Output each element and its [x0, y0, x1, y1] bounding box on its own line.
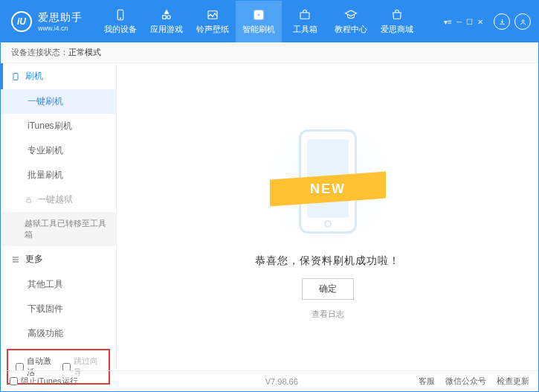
footer-link-update[interactable]: 检查更新 [497, 376, 529, 387]
svg-rect-9 [27, 199, 31, 202]
top-nav: 我的设备 应用游戏 铃声壁纸 智能刷机 工具箱 教程中心 [97, 1, 444, 42]
toolbox-icon [298, 8, 312, 22]
nav-label: 爱思商城 [381, 24, 413, 35]
success-illustration: NEW [261, 122, 395, 241]
device-status-bar: 设备连接状态： 正常模式 [1, 42, 538, 63]
sidebar-jailbreak-note: 越狱工具已转移至工具箱 [1, 212, 116, 246]
sidebar-item-download-firmware[interactable]: 下载固件 [1, 297, 116, 321]
sidebar-item-advanced[interactable]: 高级功能 [1, 321, 116, 346]
sidebar-head-label: 更多 [25, 253, 43, 266]
device-icon [11, 71, 21, 82]
footer-link-support[interactable]: 客服 [419, 376, 435, 387]
nav-label: 教程中心 [335, 24, 367, 35]
apps-icon [160, 8, 173, 22]
sidebar-item-oneclick-flash[interactable]: 一键刷机 [1, 89, 116, 114]
nav-toolbox[interactable]: 工具箱 [282, 1, 328, 42]
window-controls: ▾≡ ─ ☐ ✕ [444, 13, 531, 30]
sidebar-item-batch-flash[interactable]: 批量刷机 [1, 163, 116, 187]
sidebar-item-pro-flash[interactable]: 专业刷机 [1, 138, 116, 163]
ok-button[interactable]: 确定 [302, 278, 354, 300]
svg-point-1 [120, 18, 121, 19]
sidebar: 刷机 一键刷机 iTunes刷机 专业刷机 批量刷机 一键越狱 越狱工具已转移至… [1, 63, 117, 370]
lock-icon [25, 196, 33, 204]
sidebar-head-flash[interactable]: 刷机 [1, 63, 116, 89]
version-label: V7.98.66 [265, 377, 298, 386]
sidebar-head-jailbreak: 一键越狱 [1, 187, 116, 212]
view-log-link[interactable]: 查看日志 [312, 309, 344, 320]
close-button[interactable]: ✕ [477, 18, 483, 26]
app-logo: iU 爱思助手 www.i4.cn [11, 11, 83, 32]
titlebar: iU 爱思助手 www.i4.cn 我的设备 应用游戏 铃声壁纸 智能刷机 [1, 1, 538, 42]
flash-icon [252, 8, 265, 22]
status-label: 设备连接状态： [11, 47, 68, 58]
logo-icon: iU [11, 11, 32, 32]
svg-rect-8 [13, 73, 18, 80]
minimize-button[interactable]: ─ [456, 18, 462, 26]
graduation-icon [344, 8, 358, 22]
block-itunes-checkbox[interactable]: 阻止iTunes运行 [10, 376, 78, 387]
download-button[interactable] [494, 13, 510, 30]
footer: 阻止iTunes运行 V7.98.66 客服 微信公众号 检查更新 [1, 370, 538, 391]
new-ribbon: NEW [270, 171, 386, 206]
nav-store[interactable]: 爱思商城 [374, 1, 420, 42]
nav-apps-games[interactable]: 应用游戏 [143, 1, 190, 42]
nav-label: 工具箱 [293, 24, 317, 35]
sidebar-head-more[interactable]: 更多 [1, 246, 116, 272]
nav-label: 应用游戏 [150, 24, 183, 35]
svg-point-7 [522, 19, 524, 22]
footer-link-wechat[interactable]: 微信公众号 [445, 376, 486, 387]
nav-label: 铃声壁纸 [196, 24, 229, 35]
nav-my-device[interactable]: 我的设备 [97, 1, 143, 42]
maximize-button[interactable]: ☐ [466, 18, 473, 26]
menu-icon[interactable]: ▾≡ [444, 18, 452, 26]
nav-ringtone-wallpaper[interactable]: 铃声壁纸 [190, 1, 236, 42]
app-url: www.i4.cn [38, 25, 83, 32]
list-icon [11, 255, 21, 264]
sidebar-head-label: 一键越狱 [37, 193, 73, 206]
nav-tutorials[interactable]: 教程中心 [328, 1, 374, 42]
sidebar-item-other-tools[interactable]: 其他工具 [1, 272, 116, 297]
nav-smart-flash[interactable]: 智能刷机 [236, 1, 282, 42]
status-value: 正常模式 [68, 47, 101, 58]
sidebar-item-itunes-flash[interactable]: iTunes刷机 [1, 114, 116, 138]
svg-point-3 [167, 16, 171, 19]
wallpaper-icon [206, 8, 219, 22]
sidebar-head-label: 刷机 [25, 70, 43, 83]
store-icon [390, 8, 404, 22]
success-message: 恭喜您，保资料刷机成功啦！ [255, 254, 400, 268]
svg-rect-2 [163, 16, 167, 19]
user-button[interactable] [514, 13, 531, 30]
svg-rect-6 [300, 13, 309, 19]
nav-label: 我的设备 [104, 24, 137, 35]
app-name: 爱思助手 [38, 11, 83, 25]
main-content: NEW 恭喜您，保资料刷机成功啦！ 确定 查看日志 [117, 63, 538, 370]
phone-icon [114, 8, 127, 22]
nav-label: 智能刷机 [242, 24, 275, 35]
